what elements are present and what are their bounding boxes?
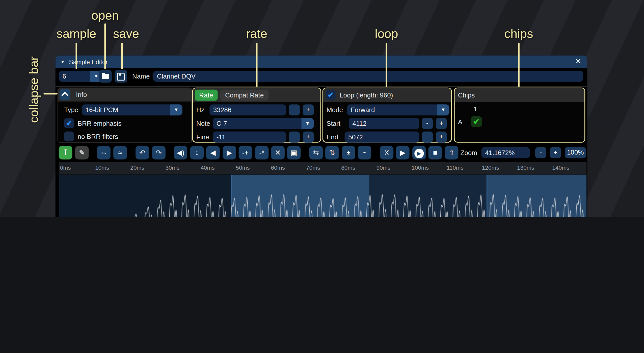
annotation-loop-top: loop <box>375 27 398 41</box>
ruler-tick: 110ms <box>447 164 464 171</box>
preview-sample-icon[interactable]: ▶ <box>396 146 410 160</box>
chevron-up-icon <box>61 92 68 99</box>
loop-mode-value: Forward <box>351 107 375 114</box>
note-select[interactable]: C-7 ▼ <box>213 118 314 129</box>
apply-silence-icon[interactable]: -* <box>255 146 269 160</box>
redo-icon[interactable]: ↷ <box>152 146 166 160</box>
fade-in-icon[interactable]: ◀ <box>206 146 220 160</box>
fade-out-icon[interactable]: ▶ <box>223 146 236 160</box>
chip-a-checkbox[interactable]: ✔ <box>471 116 482 127</box>
time-ruler[interactable]: 0ms10ms20ms30ms40ms50ms60ms70ms80ms90ms1… <box>59 162 586 175</box>
no-brr-filters-checkbox[interactable] <box>64 132 74 141</box>
amplify-icon[interactable]: ◀) <box>174 146 187 160</box>
check-icon: ✔ <box>473 117 480 126</box>
ruler-tick: 120ms <box>482 164 499 171</box>
loop-end-label: End <box>327 132 338 143</box>
note-label: Note <box>196 118 210 129</box>
chevron-down-icon[interactable]: ▼ <box>170 104 182 115</box>
chips-panel-header: Chips <box>455 88 584 102</box>
insert-silence-icon[interactable]: -+ <box>239 146 252 160</box>
sign-flip-icon[interactable]: ± <box>342 146 355 160</box>
hz-input[interactable]: 33286 <box>209 104 286 115</box>
zoom-reset-button[interactable]: 100% <box>565 147 586 158</box>
ruler-tick: 140ms <box>552 164 569 171</box>
hz-plus-button[interactable]: + <box>303 104 314 115</box>
waveform-view[interactable] <box>59 175 586 217</box>
tab-compat-rate[interactable]: Compat Rate <box>220 90 269 101</box>
fine-minus-button[interactable]: - <box>289 132 300 143</box>
annotation-line <box>121 43 123 69</box>
hz-minus-button[interactable]: - <box>289 104 300 115</box>
ruler-tick: 100ms <box>412 164 429 171</box>
rate-panel: Rate Compat Rate Hz 33286 - + Note C-7 ▼… <box>192 88 321 143</box>
zoom-label: Zoom <box>460 147 477 158</box>
resize-icon[interactable]: ⇔ <box>97 146 111 160</box>
screenshot-root: ▼ Sample Editor ✕ 6 ▼ Name Clarinet DQV … <box>0 0 644 217</box>
resample-icon[interactable]: ≈ <box>113 146 127 160</box>
window-collapse-icon[interactable]: ▼ <box>60 59 65 64</box>
brr-emphasis-checkbox[interactable]: ✔ <box>64 118 74 128</box>
tab-rate[interactable]: Rate <box>195 90 218 101</box>
normalize-icon[interactable]: ↕ <box>190 146 204 160</box>
open-sample-button[interactable] <box>99 70 112 83</box>
loop-start-input[interactable]: 4112 <box>349 118 419 129</box>
edit-mode-select-icon[interactable]: I <box>59 146 72 160</box>
ruler-tick: 90ms <box>376 164 390 171</box>
loop-enable-checkbox[interactable]: ✔ <box>326 90 336 100</box>
save-sample-button[interactable] <box>115 70 127 83</box>
info-panel-title: Info <box>76 89 87 100</box>
sample-number: 6 <box>62 73 66 80</box>
stop-preview-icon[interactable]: ■ <box>428 146 442 160</box>
fine-plus-button[interactable]: + <box>303 132 314 143</box>
hz-label: Hz <box>196 104 204 115</box>
type-label: Type <box>64 104 78 115</box>
loop-end-minus-button[interactable]: - <box>422 132 433 143</box>
play-sample-icon[interactable]: ▶ <box>412 146 426 160</box>
ruler-tick: 40ms <box>201 164 215 171</box>
loop-panel-header: ✔ Loop (length: 960) <box>323 88 451 102</box>
ruler-tick: 30ms <box>166 164 180 171</box>
ruler-tick: 70ms <box>306 164 320 171</box>
loop-end-plus-button[interactable]: + <box>436 132 447 143</box>
crossfade-icon[interactable]: X <box>380 146 393 160</box>
chevron-down-icon[interactable]: ▼ <box>302 118 314 129</box>
close-icon[interactable]: ✕ <box>573 57 583 67</box>
make-instrument-icon[interactable]: ⇧ <box>445 146 459 160</box>
undo-icon[interactable]: ↶ <box>136 146 149 160</box>
sample-selector[interactable]: 6 ▼ <box>59 71 102 82</box>
collapse-bar-button[interactable] <box>60 89 70 100</box>
no-brr-filters-label: no BRR filters <box>78 131 118 142</box>
divider <box>56 86 587 87</box>
loop-mode-select[interactable]: Forward ▼ <box>347 104 449 115</box>
loop-panel-title: Loop (length: 960) <box>340 90 393 101</box>
annotation-rate: rate <box>246 27 267 41</box>
zoom-in-button[interactable]: + <box>550 147 561 158</box>
edit-mode-draw-icon[interactable]: ✎ <box>75 146 89 160</box>
annotation-collapse-bar: collapse bar <box>27 56 41 123</box>
info-panel-header: Info <box>58 88 191 102</box>
info-panel: Info Type 16-bit PCM ▼ ✔ BRR emphasis no… <box>58 88 192 143</box>
rate-panel-header: Rate Compat Rate <box>193 88 320 102</box>
loop-start-plus-button[interactable]: + <box>436 118 447 129</box>
annotation-chips: chips <box>504 27 533 41</box>
chips-panel-title: Chips <box>458 90 475 101</box>
reverse-icon[interactable]: ⇆ <box>309 146 323 160</box>
loop-end-input[interactable]: 5072 <box>345 132 419 143</box>
loop-panel: ✔ Loop (length: 960) Mode Forward ▼ Star… <box>323 88 452 143</box>
fine-input[interactable]: -11 <box>213 132 286 143</box>
loop-start-label: Start <box>327 118 340 129</box>
zoom-out-button[interactable]: - <box>535 147 546 158</box>
zoom-input[interactable]: 41.1672% <box>481 147 530 158</box>
chevron-down-icon[interactable]: ▼ <box>437 104 449 115</box>
window-titlebar[interactable]: ▼ Sample Editor ✕ <box>56 56 587 68</box>
filter-icon[interactable]: ~ <box>358 146 371 160</box>
loop-start-minus-button[interactable]: - <box>422 118 433 129</box>
window-title: Sample Editor <box>69 58 108 65</box>
delete-icon[interactable]: ✕ <box>271 146 285 160</box>
annotation-line <box>104 23 106 69</box>
invert-icon[interactable]: ⇅ <box>325 146 339 160</box>
ruler-tick: 10ms <box>95 164 109 171</box>
sample-type-select[interactable]: 16-bit PCM ▼ <box>82 104 182 115</box>
trim-icon[interactable]: ▣ <box>287 146 301 160</box>
annotation-line <box>75 43 77 69</box>
